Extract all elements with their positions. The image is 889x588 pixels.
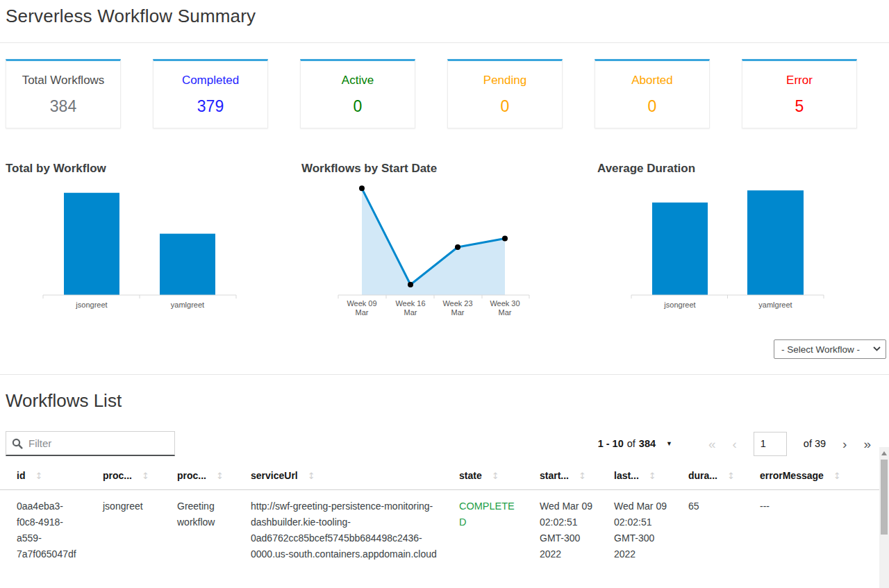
bar-chart-average-duration: jsongreetyamlgreet	[592, 183, 888, 321]
metrics-row: Total Workflows 384 Completed 379 Active…	[0, 43, 889, 128]
workflow-select-row: - Select Workflow -	[0, 339, 886, 359]
metric-value: 384	[50, 97, 76, 116]
chart-average-duration: Average Duration jsongreetyamlgreet	[592, 162, 888, 321]
column-header-id[interactable]: id↕	[0, 463, 86, 490]
chart-title: Average Duration	[592, 162, 888, 176]
cell-process-name: Greeting workflow	[160, 490, 234, 570]
sort-icon[interactable]: ↕	[308, 471, 315, 481]
metric-card-error: Error 5	[742, 59, 857, 128]
filter-box[interactable]	[6, 431, 175, 456]
table-scrollbar[interactable]	[879, 447, 889, 588]
svg-text:Week 23: Week 23	[442, 299, 472, 308]
sort-icon[interactable]: ↕	[35, 471, 42, 481]
column-header-duration[interactable]: dura...↕	[672, 463, 743, 490]
sort-icon[interactable]: ↕	[579, 471, 586, 481]
workflows-table: id↕ proc...↕ proc...↕ serviceUrl↕ state↕…	[0, 463, 879, 569]
svg-text:Mar: Mar	[404, 308, 417, 317]
pagination-nav: « ‹ of 39 › »	[708, 432, 871, 456]
pagination-total: 384	[639, 438, 656, 449]
table-header-row: id↕ proc...↕ proc...↕ serviceUrl↕ state↕…	[0, 463, 879, 490]
svg-text:jsongreet: jsongreet	[75, 301, 107, 309]
table-row[interactable]: 0aa4eba3-f0c8-4918-a559-7a7f065047df jso…	[0, 490, 879, 570]
metric-card-completed: Completed 379	[153, 59, 268, 128]
cell-state: COMPLETED	[442, 490, 523, 570]
search-icon	[12, 438, 23, 449]
metric-value: 5	[795, 97, 804, 116]
workflow-select[interactable]: - Select Workflow -	[774, 339, 886, 359]
sort-icon[interactable]: ↕	[142, 471, 149, 481]
sort-icon[interactable]: ↕	[492, 471, 499, 481]
metric-card-aborted: Aborted 0	[595, 59, 710, 128]
column-header-error-message[interactable]: errorMessage↕	[743, 463, 879, 490]
column-header-process-id[interactable]: proc...↕	[86, 463, 160, 490]
cell-start: Wed Mar 09 02:02:51 GMT-300 2022	[523, 490, 597, 570]
column-header-state[interactable]: state↕	[442, 463, 523, 490]
workflows-list-title: Workflows List	[0, 375, 889, 412]
column-header-process-name[interactable]: proc...↕	[160, 463, 234, 490]
svg-text:Week 09: Week 09	[347, 299, 376, 308]
metric-label: Active	[342, 74, 374, 87]
column-header-service-url[interactable]: serviceUrl↕	[234, 463, 442, 490]
metric-card-total-workflows: Total Workflows 384	[6, 59, 121, 128]
charts-row: Total by Workflow jsongreetyamlgreet Wor…	[0, 162, 889, 321]
cell-error-message: ---	[743, 490, 879, 570]
svg-text:Week 16: Week 16	[395, 299, 425, 308]
total-pages-label: of 39	[804, 438, 826, 449]
table-toolbar: 1 - 10 of 384 ▼ « ‹ of 39 › »	[6, 431, 889, 456]
next-page-button[interactable]: ›	[842, 437, 847, 451]
metric-value: 0	[648, 97, 657, 116]
metric-label: Pending	[483, 74, 526, 87]
sort-icon[interactable]: ↕	[649, 471, 656, 481]
metric-label: Error	[786, 74, 813, 87]
sort-icon[interactable]: ↕	[216, 471, 224, 481]
first-page-button[interactable]: «	[708, 437, 716, 451]
cell-process-id: jsongreet	[86, 490, 160, 570]
page-title: Serverless Workflow Summary	[6, 4, 883, 27]
column-header-last-update[interactable]: last...↕	[597, 463, 672, 490]
svg-text:Mar: Mar	[451, 308, 465, 317]
cell-duration: 65	[672, 490, 743, 570]
cell-id: 0aa4eba3-f0c8-4918-a559-7a7f065047df	[0, 490, 86, 570]
last-page-button[interactable]: »	[863, 437, 871, 451]
metric-value: 379	[197, 97, 224, 116]
metric-label: Completed	[182, 74, 239, 87]
scrollbar-up-arrow-icon[interactable]	[881, 451, 887, 455]
previous-page-button[interactable]: ‹	[733, 437, 737, 451]
metric-card-pending: Pending 0	[447, 59, 563, 128]
bar-chart-total-by-workflow: jsongreetyamlgreet	[0, 183, 296, 321]
column-header-start[interactable]: start...↕	[523, 463, 597, 490]
metric-label: Total Workflows	[22, 74, 105, 87]
sort-icon[interactable]: ↕	[833, 471, 841, 481]
pagination-range: 1 - 10	[598, 438, 624, 449]
svg-text:Mar: Mar	[499, 308, 512, 317]
workflow-select-wrap: - Select Workflow -	[774, 339, 886, 359]
cell-last-update: Wed Mar 09 02:02:51 GMT-300 2022	[597, 490, 672, 570]
svg-text:Mar: Mar	[356, 308, 369, 317]
svg-text:jsongreet: jsongreet	[663, 301, 695, 309]
metric-card-active: Active 0	[300, 59, 415, 128]
chart-title: Total by Workflow	[0, 162, 296, 176]
page-header: Serverless Workflow Summary	[0, 0, 889, 43]
pagination-range-dropdown[interactable]: 1 - 10 of 384 ▼	[598, 438, 672, 449]
metric-value: 0	[354, 97, 363, 116]
chart-total-by-workflow: Total by Workflow jsongreetyamlgreet	[0, 162, 296, 321]
svg-text:yamlgreet: yamlgreet	[758, 301, 792, 309]
svg-text:yamlgreet: yamlgreet	[171, 301, 204, 309]
cell-service-url: http://swf-greeting-persistence-monitori…	[234, 490, 442, 570]
area-chart-workflows-by-start-date: Week 09MarWeek 16MarWeek 23MarWeek 30Mar	[296, 183, 592, 321]
caret-down-icon[interactable]: ▼	[666, 440, 672, 447]
chart-title: Workflows by Start Date	[296, 162, 592, 176]
page-number-input[interactable]	[754, 432, 787, 456]
svg-text:Week 30: Week 30	[490, 299, 520, 308]
scrollbar-thumb[interactable]	[881, 460, 888, 535]
chart-workflows-by-start-date: Workflows by Start Date Week 09MarWeek 1…	[296, 162, 592, 321]
pagination-of-label: of	[627, 438, 635, 449]
metric-value: 0	[501, 97, 510, 116]
sort-icon[interactable]: ↕	[727, 471, 735, 481]
metric-label: Aborted	[631, 74, 673, 87]
filter-input[interactable]	[28, 437, 169, 449]
